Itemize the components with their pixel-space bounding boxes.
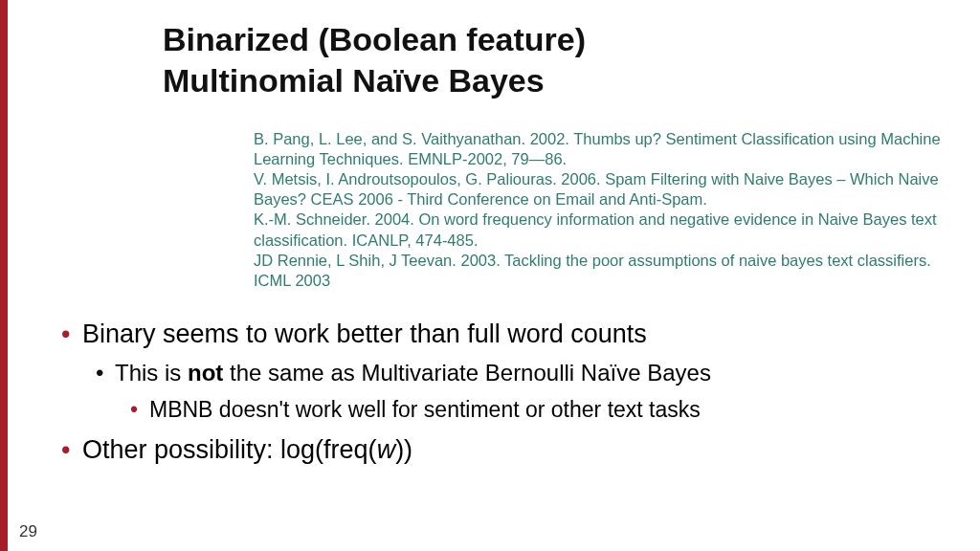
references-block: B. Pang, L. Lee, and S. Vaithyanathan. 2… [254, 129, 971, 291]
title-line-2: Multinomial Naïve Bayes [163, 62, 545, 99]
slide: Binarized (Boolean feature) Multinomial … [0, 0, 980, 551]
bullet-list-level-3: MBNB doesn't work well for sentiment or … [115, 394, 957, 426]
accent-bar [0, 0, 8, 551]
title-line-1: Binarized (Boolean feature) [163, 21, 586, 57]
bullet-text-post: )) [395, 435, 412, 464]
bullet-text-pre: Other possibility: log(freq( [82, 435, 377, 464]
bullet-item: MBNB doesn't work well for sentiment or … [149, 394, 957, 426]
bullet-text: MBNB doesn't work well for sentiment or … [149, 397, 701, 422]
bullet-item: Binary seems to work better than full wo… [82, 316, 957, 426]
reference-item: K.-M. Schneider. 2004. On word frequency… [254, 209, 971, 250]
bullet-item: Other possibility: log(freq(w)) [82, 431, 957, 469]
reference-item: JD Rennie, L Shih, J Teevan. 2003. Tackl… [254, 251, 971, 291]
bullet-item: This is not the same as Multivariate Ber… [115, 357, 957, 426]
bullet-text-italic: w [377, 435, 396, 464]
body-content: Binary seems to work better than full wo… [57, 316, 957, 474]
bullet-text-pre: This is [115, 360, 188, 386]
bullet-list-level-2: This is not the same as Multivariate Ber… [82, 357, 957, 426]
reference-item: B. Pang, L. Lee, and S. Vaithyanathan. 2… [254, 129, 971, 169]
bullet-list-level-1: Binary seems to work better than full wo… [57, 316, 957, 469]
slide-title: Binarized (Boolean feature) Multinomial … [163, 19, 947, 100]
bullet-text-bold: not [188, 360, 223, 386]
bullet-text-post: the same as Multivariate Bernoulli Naïve… [223, 360, 711, 386]
bullet-text: Binary seems to work better than full wo… [82, 320, 647, 348]
reference-item: V. Metsis, I. Androutsopoulos, G. Paliou… [254, 169, 971, 209]
page-number: 29 [19, 522, 37, 541]
